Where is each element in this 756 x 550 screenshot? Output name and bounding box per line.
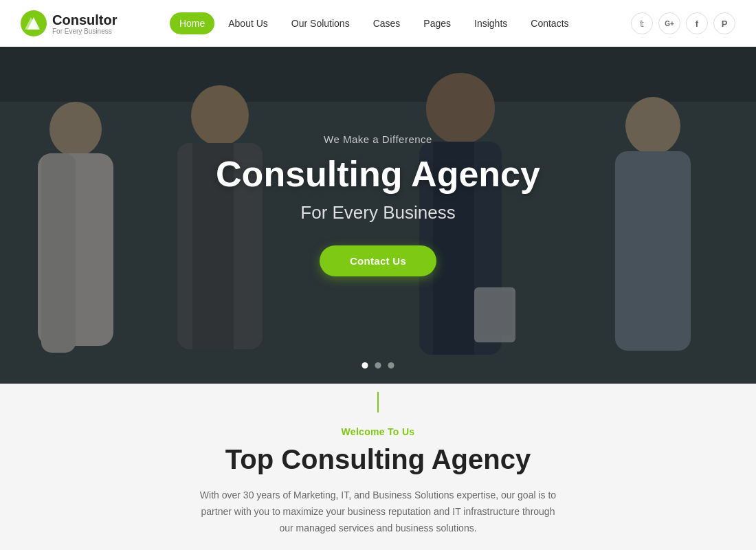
nav-item-solutions[interactable]: Our Solutions bbox=[282, 12, 359, 34]
facebook-icon: f bbox=[696, 19, 698, 29]
hero-subtitle: We Make a Difference bbox=[324, 133, 432, 145]
about-title: Top Consulting Agency bbox=[21, 444, 735, 475]
divider-line bbox=[377, 392, 379, 412]
hero-title: Consulting Agency bbox=[216, 155, 540, 194]
googleplus-button[interactable]: G+ bbox=[658, 12, 680, 34]
hero-content: We Make a Difference Consulting Agency F… bbox=[0, 47, 756, 384]
logo-text: Consultor For Every Business bbox=[52, 12, 117, 35]
twitter-icon: 𝕥 bbox=[640, 19, 644, 29]
nav-item-home[interactable]: Home bbox=[170, 12, 214, 34]
nav-item-contacts[interactable]: Contacts bbox=[521, 12, 578, 34]
nav-item-about[interactable]: About Us bbox=[219, 12, 278, 34]
pinterest-button[interactable]: P bbox=[713, 12, 735, 34]
nav-item-cases[interactable]: Cases bbox=[364, 12, 410, 34]
social-icons: 𝕥 G+ f P bbox=[631, 12, 735, 34]
hero-dot-1[interactable] bbox=[362, 362, 368, 368]
section-divider bbox=[0, 384, 756, 412]
logo-icon bbox=[21, 10, 47, 36]
about-text: With over 30 years of Marketing, IT, and… bbox=[199, 487, 557, 536]
pinterest-icon: P bbox=[722, 19, 728, 29]
navbar: Consultor For Every Business Home About … bbox=[0, 0, 756, 47]
about-section: Welcome To Us Top Consulting Agency With… bbox=[0, 412, 756, 550]
hero-description: For Every Business bbox=[300, 202, 455, 223]
twitter-button[interactable]: 𝕥 bbox=[631, 12, 653, 34]
logo-name: Consultor bbox=[52, 12, 117, 28]
nav-links: Home About Us Our Solutions Cases Pages … bbox=[170, 12, 579, 34]
hero-cta-button[interactable]: Contact Us bbox=[320, 245, 436, 276]
hero-section: We Make a Difference Consulting Agency F… bbox=[0, 47, 756, 384]
hero-dot-3[interactable] bbox=[388, 362, 394, 368]
logo[interactable]: Consultor For Every Business bbox=[21, 10, 117, 36]
hero-dot-2[interactable] bbox=[375, 362, 381, 368]
nav-item-insights[interactable]: Insights bbox=[465, 12, 517, 34]
googleplus-icon: G+ bbox=[665, 20, 674, 28]
about-welcome: Welcome To Us bbox=[21, 426, 735, 437]
nav-item-pages[interactable]: Pages bbox=[414, 12, 460, 34]
logo-tagline: For Every Business bbox=[52, 28, 117, 35]
facebook-button[interactable]: f bbox=[686, 12, 708, 34]
hero-dots bbox=[362, 362, 394, 368]
